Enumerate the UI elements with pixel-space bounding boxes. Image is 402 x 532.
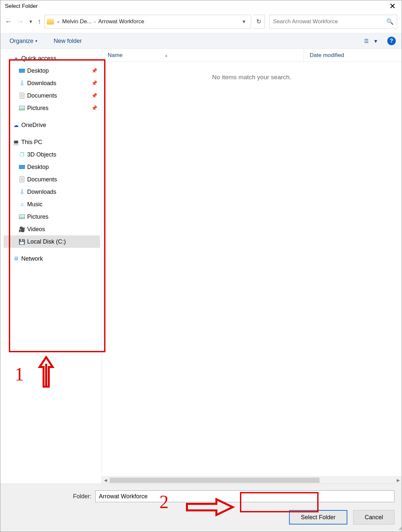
button-row: Select Folder Cancel — [8, 510, 394, 524]
folder-label: Folder: — [73, 493, 91, 500]
dialog-footer: Folder: Select Folder Cancel — [0, 484, 402, 532]
breadcrumb-seg-2[interactable]: Arrowat Workforce — [98, 18, 145, 25]
main-area: ★ Quick access Desktop 📌 ⇩ Downloads 📌 D… — [0, 49, 402, 484]
help-icon: ? — [390, 38, 393, 44]
breadcrumb-dropdown[interactable]: ▼ — [239, 19, 249, 24]
pin-icon: 📌 — [91, 93, 98, 99]
close-button[interactable]: ✕ — [386, 2, 399, 11]
breadcrumb-seg-1[interactable]: Melvin De... — [62, 18, 92, 25]
command-bar: Organize ▼ New folder ▼ ? — [0, 33, 402, 49]
view-icon — [364, 38, 371, 44]
column-name-label: Name — [108, 52, 122, 59]
column-name[interactable]: Name ▲ — [102, 52, 303, 59]
star-icon: ★ — [13, 55, 19, 62]
tree-item-documents-2[interactable]: Documents — [4, 173, 100, 186]
select-folder-label: Select Folder — [301, 514, 336, 521]
select-folder-button[interactable]: Select Folder — [289, 510, 347, 524]
column-date-modified[interactable]: Date modified — [303, 49, 402, 62]
pictures-icon — [19, 214, 25, 219]
desktop-icon — [19, 165, 25, 169]
network-icon: 🖥 — [13, 255, 19, 262]
column-headers: Name ▲ Date modified — [102, 49, 402, 62]
cube-icon: ❐ — [19, 151, 25, 158]
tree-onedrive[interactable]: ☁ OneDrive — [4, 119, 100, 131]
tree-item-documents[interactable]: Documents 📌 — [4, 89, 100, 102]
content-pane: Name ▲ Date modified No items match your… — [102, 49, 402, 484]
scrollbar-thumb[interactable] — [110, 478, 320, 483]
cloud-icon: ☁ — [13, 122, 19, 128]
tree-label: Music — [27, 201, 43, 208]
resize-grip-icon[interactable]: ◢ — [398, 526, 400, 530]
view-options-button[interactable]: ▼ — [361, 37, 381, 46]
back-button[interactable]: ← — [5, 17, 12, 26]
tree-item-downloads-2[interactable]: ⇩ Downloads — [4, 186, 100, 198]
folder-row: Folder: — [8, 490, 394, 502]
scroll-left-icon[interactable]: ◀ — [102, 478, 109, 483]
nav-tree: ★ Quick access Desktop 📌 ⇩ Downloads 📌 D… — [0, 52, 101, 265]
folder-name-input[interactable] — [95, 490, 394, 502]
nav-arrows: ← → ▼ ↑ — [5, 17, 43, 26]
tree-label: Desktop — [27, 67, 49, 74]
tree-item-local-disk[interactable]: 💾 Local Disk (C:) — [4, 235, 100, 248]
column-date-label: Date modified — [310, 52, 344, 59]
tree-item-desktop[interactable]: Desktop 📌 — [4, 64, 100, 77]
tree-item-music[interactable]: ♫ Music — [4, 198, 100, 211]
tree-network[interactable]: 🖥 Network — [4, 252, 100, 265]
tree-label: Desktop — [27, 164, 49, 171]
newfolder-label: New folder — [54, 38, 82, 45]
search-box[interactable]: 🔍 — [269, 15, 397, 28]
chevron-right-icon: › — [92, 19, 98, 24]
download-icon: ⇩ — [19, 189, 25, 195]
tree-label: Quick access — [21, 55, 56, 62]
chevron-right-icon: « — [55, 19, 62, 24]
horizontal-scrollbar[interactable]: ◀ ▶ — [102, 476, 402, 484]
dialog-title: Select Folder — [5, 3, 38, 9]
video-icon: 🎥 — [19, 226, 25, 232]
tree-label: Documents — [27, 176, 57, 183]
tree-this-pc[interactable]: 💻 This PC — [4, 136, 100, 148]
search-input[interactable] — [273, 18, 386, 25]
navigation-row: ← → ▼ ↑ « Melvin De... › Arrowat Workfor… — [0, 12, 402, 33]
cancel-button[interactable]: Cancel — [353, 510, 394, 524]
sort-indicator-icon: ▲ — [164, 53, 168, 57]
cancel-label: Cancel — [365, 514, 383, 521]
forward-button[interactable]: → — [17, 17, 24, 26]
tree-label: Documents — [27, 92, 57, 99]
up-button[interactable]: ↑ — [38, 17, 41, 26]
nav-pane: ★ Quick access Desktop 📌 ⇩ Downloads 📌 D… — [0, 49, 102, 484]
tree-label: Pictures — [27, 105, 48, 112]
tree-item-downloads[interactable]: ⇩ Downloads 📌 — [4, 77, 100, 89]
tree-label: 3D Objects — [27, 151, 56, 158]
tree-item-desktop-2[interactable]: Desktop — [4, 161, 100, 173]
tree-label: Downloads — [27, 189, 56, 195]
breadcrumb[interactable]: « Melvin De... › Arrowat Workforce ▼ — [45, 15, 251, 28]
pin-icon: 📌 — [91, 105, 98, 111]
search-icon: 🔍 — [386, 18, 393, 25]
disk-icon: 💾 — [19, 238, 25, 245]
scroll-right-icon[interactable]: ▶ — [394, 478, 402, 483]
folder-icon — [47, 19, 54, 25]
tree-quick-access[interactable]: ★ Quick access — [4, 52, 100, 64]
tree-label: OneDrive — [21, 122, 46, 129]
new-folder-button[interactable]: New folder — [50, 36, 85, 46]
pc-icon: 💻 — [13, 139, 19, 145]
help-button[interactable]: ? — [387, 37, 396, 45]
title-bar: Select Folder ✕ — [0, 0, 402, 12]
tree-item-videos[interactable]: 🎥 Videos — [4, 223, 100, 235]
tree-item-3dobjects[interactable]: ❐ 3D Objects — [4, 148, 100, 161]
tree-item-pictures[interactable]: Pictures 📌 — [4, 102, 100, 114]
empty-message: No items match your search. — [102, 62, 402, 81]
tree-label: Videos — [27, 226, 45, 233]
select-folder-dialog: Select Folder ✕ ← → ▼ ↑ « Melvin De... ›… — [0, 0, 402, 532]
organize-menu[interactable]: Organize ▼ — [6, 36, 41, 46]
refresh-icon: ↻ — [256, 18, 261, 25]
history-dropdown[interactable]: ▼ — [28, 19, 33, 24]
tree-label: Network — [21, 255, 43, 262]
pictures-icon — [19, 106, 25, 110]
desktop-icon — [19, 69, 25, 73]
pin-icon: 📌 — [91, 68, 98, 74]
refresh-button[interactable]: ↻ — [253, 15, 265, 28]
tree-item-pictures-2[interactable]: Pictures — [4, 211, 100, 223]
music-icon: ♫ — [19, 201, 25, 208]
tree-label: Pictures — [27, 213, 48, 220]
